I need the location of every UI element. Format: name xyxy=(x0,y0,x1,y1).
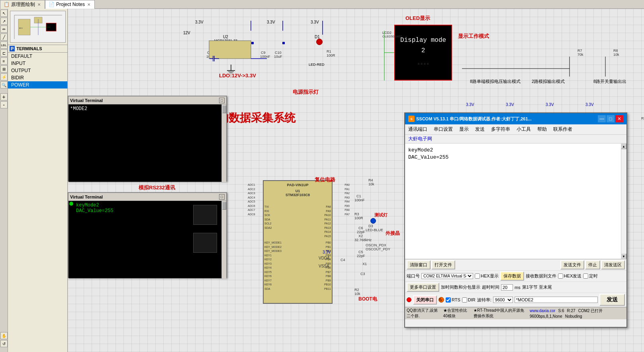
tab-schematic[interactable]: 📋 原理图绘制 ✕ xyxy=(0,0,45,9)
terminal-bidir[interactable]: BIDIR xyxy=(8,74,67,81)
sscom-minimize-btn[interactable]: — xyxy=(598,115,606,122)
tool-select[interactable]: ↖ xyxy=(0,10,8,17)
sscom-close-btn[interactable]: ✕ xyxy=(615,115,623,122)
sscom-menu-tools[interactable]: 小工具 xyxy=(515,125,532,134)
power-33v-1: 3.3V xyxy=(195,20,204,24)
sscom-hexdisp-check[interactable]: HEX显示 xyxy=(475,273,499,279)
tab-notes-close[interactable]: ✕ xyxy=(86,2,91,7)
sscom-menu-send[interactable]: 发送 xyxy=(474,125,486,134)
sscom-moreport-btn[interactable]: 更多串口设置 xyxy=(407,283,439,292)
sscom-menu-display[interactable]: 显示 xyxy=(458,125,470,134)
sscom-scroll-down-btn[interactable]: ▼ xyxy=(621,254,626,259)
sscom-row4: 关闭串口 ↻ RTS DIR 波特率: 9600 发送 xyxy=(405,293,626,307)
tool-lbl[interactable]: LBL xyxy=(0,41,8,49)
sscom-closeport-btn[interactable]: 关闭串口 xyxy=(413,295,437,305)
mcu-left-pins: ADC1ADC2ADC3ADC4ADC5ADC6ADC7ADC8 xyxy=(248,183,255,216)
sscom-output-scrollbar[interactable]: ▼ ▲ xyxy=(621,144,626,259)
vt1-titlebar[interactable]: Virtual Terminal □ xyxy=(69,96,226,104)
c1-label: C1 xyxy=(356,194,361,198)
tool-rotate[interactable]: ↺ xyxy=(0,340,8,347)
sscom-menu-contact[interactable]: 联系作者 xyxy=(552,125,574,134)
terminal-default[interactable]: DEFAULT xyxy=(8,53,67,60)
sscom-menubar: 通讯端口 串口设置 显示 发送 多字符串 小工具 帮助 联系作者 xyxy=(405,124,626,135)
sscom-openfile-btn[interactable]: 打开文件 xyxy=(431,260,455,269)
sscom-ms-input[interactable] xyxy=(501,284,513,291)
sscom-rts-check[interactable]: RTS xyxy=(446,297,460,303)
sscom-byte-label: 第1字节 至末尾 xyxy=(522,284,552,290)
sscom-titlebar[interactable]: S SSCOM V5.13.1 串口/网络数据调试器,作者:大虾丁丁,261..… xyxy=(405,113,626,124)
sscom-website[interactable]: 大虾电子网 xyxy=(405,135,626,144)
sscom-menu-port[interactable]: 通讯端口 xyxy=(407,125,429,134)
sscom-hexsend-check[interactable]: HEX发送 xyxy=(558,273,582,279)
sscom-scroll-up-btn[interactable]: ▲ xyxy=(621,144,626,149)
sscom-status-qq: QQ群消灭了,设第二个群. xyxy=(407,308,440,319)
sscom-status-price: ★合宜性价比40模块 xyxy=(443,308,471,319)
sscom-baud-label: 波特率: xyxy=(477,297,491,303)
sscom-sendfile-btn[interactable]: 发送文件 xyxy=(560,260,584,269)
sscom-send-input[interactable] xyxy=(515,297,598,303)
tool-zoom-out[interactable]: - xyxy=(0,101,8,108)
toolbar-left: ↖ ↗ ✏ ╱ LBL ⊏ ≡ ⊞ ⚡ 🔍 + - ✋ ↺ xyxy=(0,9,8,352)
terminals-label: TERMINALS xyxy=(16,46,42,51)
sscom-clearsend-btn[interactable]: 清发送区 xyxy=(601,260,625,269)
canvas-area[interactable]: 基于STM32的数据采集系统 3.3V 3.3V 3.3V 12V U2 MCP… xyxy=(68,9,644,352)
tool-power[interactable]: ⚡ xyxy=(0,73,8,81)
tool-arrow[interactable]: ↗ xyxy=(0,18,8,25)
sscom-title-text: SSCOM V5.13.1 串口/网络数据调试器,作者:大虾丁丁,261... xyxy=(416,116,532,122)
vt1-scrollbar[interactable] xyxy=(221,104,226,182)
sscom-savedata-btn[interactable]: 保存数据 xyxy=(500,271,524,281)
terminal-power[interactable]: POWER xyxy=(8,81,67,88)
terminal-input[interactable]: INPUT xyxy=(8,60,67,67)
sscom-status-s6: S:6 xyxy=(558,309,564,313)
c3-label: C3 xyxy=(360,272,365,276)
sscom-hexdisp-input[interactable] xyxy=(475,273,480,279)
sscom-hexsend-input[interactable] xyxy=(558,273,563,279)
sscom-status-right: www.daxia.cor S:6 R:27 COM2 已打开 9600bps,… xyxy=(530,308,625,319)
sscom-port-select[interactable]: COM2 ELTIMA Virtual Se xyxy=(421,273,473,279)
tool-wire[interactable]: ⊏ xyxy=(0,49,8,57)
sscom-timing-input[interactable] xyxy=(583,273,588,279)
tab-notes-icon: 📄 xyxy=(49,2,55,7)
sscom-status-debug: Nobuding xyxy=(565,314,582,319)
vt1-scroll-thumb[interactable] xyxy=(222,105,226,113)
tool-bus[interactable]: ≡ xyxy=(0,57,8,65)
tool-comp[interactable]: ⊞ xyxy=(0,65,8,73)
vssa-label: VSSA xyxy=(319,264,329,268)
sscom-menu-serial[interactable]: 串口设置 xyxy=(432,125,454,134)
tab-notes[interactable]: 📄 Project Notes ✕ xyxy=(45,0,95,9)
sscom-stop-btn[interactable]: 停止 xyxy=(585,260,600,269)
sscom-menu-help[interactable]: 帮助 xyxy=(536,125,548,134)
vt2-scrollbar[interactable] xyxy=(221,201,226,279)
sscom-dir-input[interactable] xyxy=(462,297,467,303)
ldo-label: LDO:12V->3.3V xyxy=(219,73,256,79)
tool-line[interactable]: ╱ xyxy=(0,33,8,41)
sscom-dir-check[interactable]: DIR xyxy=(462,297,476,303)
sscom-timing-check[interactable]: 定时 xyxy=(583,273,598,279)
sscom-status-website: www.daxia.cor xyxy=(530,309,555,313)
sscom-send-btn[interactable]: 发送 xyxy=(599,294,625,306)
tool-zoom-in[interactable]: + xyxy=(0,93,8,100)
power-33v-2: 3.3V xyxy=(267,20,275,24)
sscom-maximize-btn[interactable]: □ xyxy=(607,115,615,122)
mcu-right-pins: PA0PA1PA2PA3PA4PA5PA6PA7 xyxy=(345,183,350,216)
sscom-rts-input[interactable] xyxy=(446,297,451,303)
mcu-chip-label: PAD-VIN1UP U1 STM32F103C8 xyxy=(264,181,332,199)
sscom-timing-label: 定时 xyxy=(589,273,598,279)
sscom-clear-btn[interactable]: 清除窗口 xyxy=(407,260,431,269)
sscom-menu-multistr[interactable]: 多字符串 xyxy=(489,125,512,134)
sscom-row2: 端口号 COM2 ELTIMA Virtual Se HEX显示 保存数据 接收… xyxy=(405,271,626,282)
tool-pan[interactable]: ✋ xyxy=(0,332,8,339)
vt2-scroll-thumb[interactable] xyxy=(222,202,226,210)
tab-schematic-close[interactable]: ✕ xyxy=(37,2,41,7)
c5-val: 22pF xyxy=(357,254,365,258)
sscom-refresh-indicator[interactable]: ↻ xyxy=(438,297,444,303)
tool-zoom[interactable]: 🔍 xyxy=(0,81,8,88)
vt1-close[interactable]: □ xyxy=(219,98,225,103)
c6-label: C6 xyxy=(358,226,363,230)
vt2-close[interactable]: □ xyxy=(219,194,225,200)
tool-pen[interactable]: ✏ xyxy=(0,26,8,33)
terminal-output[interactable]: OUTPUT xyxy=(8,67,67,74)
sscom-baud-select[interactable]: 9600 xyxy=(493,297,513,303)
oled-bottom-icons: ≡ ≡ ≡ ≡ xyxy=(395,62,451,66)
vt2-titlebar[interactable]: Virtual Terminal □ xyxy=(69,193,226,201)
